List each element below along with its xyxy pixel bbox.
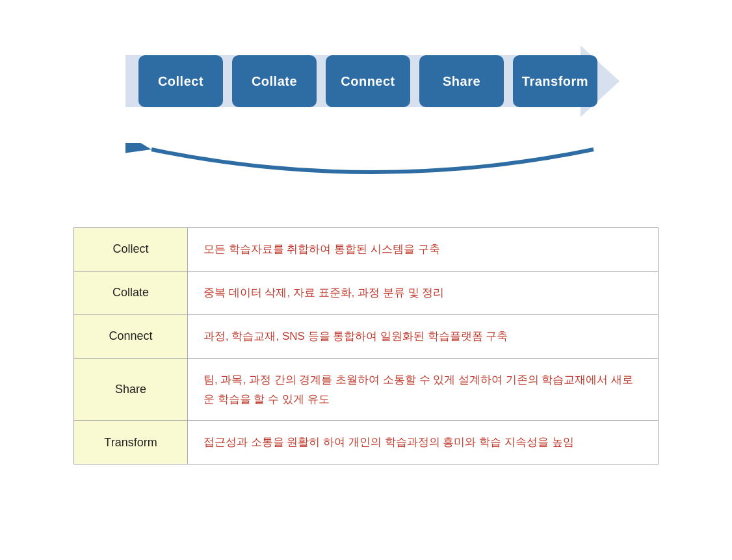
row-desc-collate: 중복 데이터 삭제, 자료 표준화, 과정 분류 및 정리	[188, 271, 659, 314]
row-label-share: Share	[74, 358, 188, 421]
row-desc-collect: 모든 학습자료를 취합하여 통합된 시스템을 구축	[188, 228, 659, 272]
step-connect: Connect	[326, 55, 410, 107]
arrow-curve-back	[125, 143, 620, 195]
table-row: Collect모든 학습자료를 취합하여 통합된 시스템을 구축	[74, 228, 659, 272]
diagram-section: Collect Collate Connect Share Transform	[86, 19, 646, 201]
row-label-collate: Collate	[74, 271, 188, 314]
step-transform: Transform	[513, 55, 597, 107]
step-collate: Collate	[232, 55, 317, 107]
row-label-transform: Transform	[74, 421, 188, 465]
step-share: Share	[419, 55, 504, 107]
row-desc-transform: 접근성과 소통을 원활히 하여 개인의 학습과정의 흥미와 학습 지속성을 높임	[188, 421, 659, 465]
step-collect: Collect	[138, 55, 223, 107]
table-row: Share팀, 과목, 과정 간의 경계를 초월하여 소통할 수 있게 설계하여…	[74, 358, 659, 421]
row-label-collect: Collect	[74, 228, 188, 272]
row-desc-connect: 과정, 학습교재, SNS 등을 통합하여 일원화된 학습플랫폼 구축	[188, 314, 659, 358]
row-label-connect: Connect	[74, 314, 188, 358]
table-row: Connect과정, 학습교재, SNS 등을 통합하여 일원화된 학습플랫폼 …	[74, 314, 659, 358]
table-section: Collect모든 학습자료를 취합하여 통합된 시스템을 구축Collate중…	[73, 227, 659, 465]
info-table: Collect모든 학습자료를 취합하여 통합된 시스템을 구축Collate중…	[73, 227, 659, 465]
table-row: Transform접근성과 소통을 원활히 하여 개인의 학습과정의 흥미와 학…	[74, 421, 659, 465]
steps-row: Collect Collate Connect Share Transform	[138, 55, 597, 107]
table-row: Collate중복 데이터 삭제, 자료 표준화, 과정 분류 및 정리	[74, 271, 659, 314]
row-desc-share: 팀, 과목, 과정 간의 경계를 초월하여 소통할 수 있게 설계하여 기존의 …	[188, 358, 659, 421]
